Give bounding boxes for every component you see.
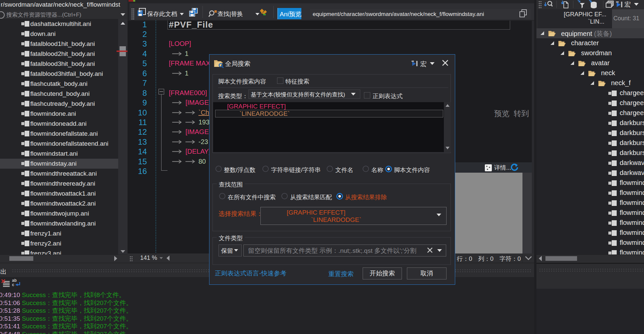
svg-text:ab: ab	[12, 278, 17, 283]
svg-text:c: c	[12, 282, 14, 287]
